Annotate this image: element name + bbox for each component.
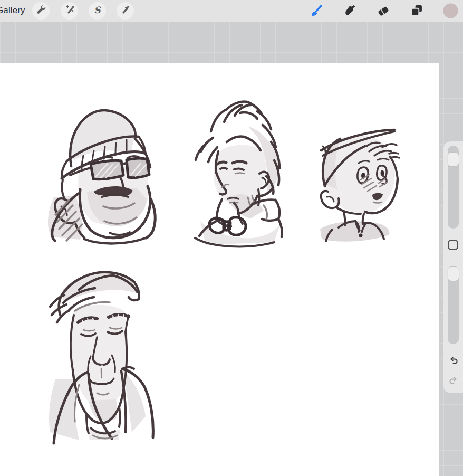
paintbrush-icon — [310, 10, 323, 19]
smudge-icon — [343, 10, 356, 19]
undo-icon — [448, 359, 459, 368]
erase-tool-button[interactable] — [377, 4, 390, 17]
sketch-boy-hat-looking-up — [320, 130, 399, 242]
sketch-man-eyes-closed-jacket — [49, 272, 153, 443]
paint-tool-button[interactable] — [310, 4, 323, 17]
adjustments-button[interactable] — [61, 2, 78, 20]
eraser-icon — [377, 10, 390, 19]
sketch-bearded-man-beanie-sunglasses — [48, 110, 155, 243]
selection-s-icon: S — [94, 5, 100, 15]
magic-wand-icon — [64, 4, 75, 17]
wrench-icon — [36, 4, 46, 17]
layers-button[interactable] — [410, 4, 423, 17]
smudge-tool-button[interactable] — [343, 4, 356, 17]
transform-button[interactable] — [117, 2, 134, 20]
brush-size-handle[interactable] — [448, 153, 459, 166]
layers-icon — [410, 10, 423, 19]
selection-button[interactable]: S — [89, 2, 106, 20]
color-swatch-button[interactable] — [443, 3, 458, 18]
drawing-canvas[interactable] — [0, 63, 439, 476]
gallery-button[interactable]: Gallery — [0, 5, 25, 16]
color-swatch — [443, 3, 458, 18]
modify-button[interactable] — [448, 240, 458, 250]
transform-arrow-icon — [120, 4, 131, 17]
undo-button[interactable] — [448, 355, 459, 366]
actions-button[interactable] — [32, 2, 50, 20]
sketch-man-wild-hair-bowtie — [195, 102, 282, 247]
redo-icon — [448, 379, 459, 388]
opacity-handle[interactable] — [448, 267, 459, 281]
brush-sidebar — [443, 141, 463, 393]
redo-button[interactable] — [448, 375, 459, 386]
top-toolbar: Gallery S — [0, 0, 463, 22]
